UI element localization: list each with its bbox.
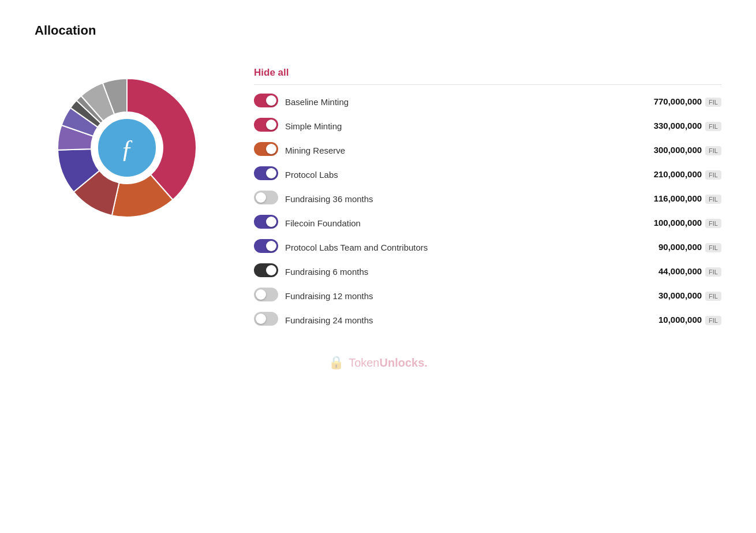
- fil-symbol: ƒ: [121, 136, 133, 162]
- brand-dot: .: [424, 356, 428, 369]
- item-value: 300,000,000FIL: [641, 145, 721, 155]
- toggle-wrap[interactable]: [254, 94, 278, 110]
- list-item: Baseline Minting 770,000,000FIL: [254, 90, 721, 114]
- toggle-switch-3[interactable]: [254, 166, 278, 180]
- hide-all-button[interactable]: Hide all: [254, 67, 289, 79]
- list-item: Protocol Labs Team and Contributors 90,0…: [254, 235, 721, 259]
- list-item: Fundraising 24 months 10,000,000FIL: [254, 308, 721, 332]
- toggle-wrap[interactable]: [254, 166, 278, 182]
- item-label: Fundraising 12 months: [285, 291, 634, 301]
- main-content: ƒ Hide all Baseline Minting 770,000,000F…: [35, 61, 721, 332]
- toggle-wrap[interactable]: [254, 312, 278, 328]
- item-value: 770,000,000FIL: [641, 96, 721, 107]
- toggle-switch-6[interactable]: [254, 239, 278, 253]
- brand-text: TokenUnlocks.: [349, 356, 428, 370]
- toggle-switch-4[interactable]: [254, 191, 278, 204]
- toggle-switch-8[interactable]: [254, 288, 278, 301]
- item-value: 330,000,000FIL: [641, 121, 721, 131]
- item-label: Protocol Labs: [285, 170, 634, 180]
- item-value: 210,000,000FIL: [641, 169, 721, 180]
- item-value: 30,000,000FIL: [641, 290, 721, 301]
- toggle-wrap[interactable]: [254, 215, 278, 231]
- item-label: Fundraising 36 months: [285, 194, 634, 204]
- legend-list: Baseline Minting 770,000,000FIL Simple M…: [254, 90, 721, 332]
- list-item: Protocol Labs 210,000,000FIL: [254, 162, 721, 187]
- toggle-wrap[interactable]: [254, 263, 278, 279]
- fil-badge: FIL: [705, 170, 721, 180]
- brand-unlocks: Unlocks: [380, 356, 425, 369]
- item-label: Fundraising 24 months: [285, 315, 634, 325]
- fil-badge: FIL: [705, 122, 721, 131]
- page-title: Allocation: [35, 23, 721, 38]
- item-label: Mining Reserve: [285, 146, 634, 155]
- list-item: Fundraising 12 months 30,000,000FIL: [254, 284, 721, 308]
- item-label: Protocol Labs Team and Contributors: [285, 243, 634, 252]
- toggle-switch-1[interactable]: [254, 118, 278, 132]
- item-value: 100,000,000FIL: [641, 218, 721, 228]
- divider: [254, 84, 721, 85]
- item-label: Fundraising 6 months: [285, 267, 634, 277]
- legend-area: Hide all Baseline Minting 770,000,000FIL…: [254, 61, 721, 332]
- toggle-wrap[interactable]: [254, 191, 278, 207]
- toggle-wrap[interactable]: [254, 142, 278, 158]
- item-value: 10,000,000FIL: [641, 315, 721, 325]
- toggle-switch-0[interactable]: [254, 94, 278, 107]
- toggle-switch-2[interactable]: [254, 142, 278, 156]
- chart-center-circle: ƒ: [95, 116, 159, 180]
- brand-token: Token: [349, 356, 379, 369]
- toggle-switch-5[interactable]: [254, 215, 278, 229]
- list-item: Fundraising 6 months 44,000,000FIL: [254, 259, 721, 284]
- chart-area: ƒ: [35, 61, 219, 223]
- fil-badge: FIL: [705, 219, 721, 228]
- list-item: Simple Minting 330,000,000FIL: [254, 114, 721, 138]
- toggle-switch-9[interactable]: [254, 312, 278, 326]
- item-value: 44,000,000FIL: [641, 266, 721, 277]
- lock-icon: 🔒: [328, 355, 344, 370]
- footer-brand: 🔒 TokenUnlocks.: [35, 355, 721, 370]
- item-label: Baseline Minting: [285, 97, 634, 107]
- item-value: 116,000,000FIL: [641, 193, 721, 204]
- toggle-wrap[interactable]: [254, 239, 278, 255]
- toggle-switch-7[interactable]: [254, 263, 278, 277]
- toggle-wrap[interactable]: [254, 288, 278, 304]
- fil-badge: FIL: [705, 146, 721, 155]
- fil-badge: FIL: [705, 243, 721, 252]
- pie-chart: ƒ: [52, 73, 202, 223]
- fil-badge: FIL: [705, 267, 721, 277]
- fil-badge: FIL: [705, 292, 721, 301]
- item-label: Filecoin Foundation: [285, 218, 634, 228]
- fil-badge: FIL: [705, 316, 721, 325]
- toggle-wrap[interactable]: [254, 118, 278, 134]
- fil-badge: FIL: [705, 195, 721, 204]
- item-value: 90,000,000FIL: [641, 242, 721, 252]
- list-item: Filecoin Foundation 100,000,000FIL: [254, 211, 721, 235]
- list-item: Fundraising 36 months 116,000,000FIL: [254, 187, 721, 211]
- fil-badge: FIL: [705, 98, 721, 107]
- page-container: Allocation ƒ Hide all: [0, 0, 756, 393]
- list-item: Mining Reserve 300,000,000FIL: [254, 138, 721, 162]
- item-label: Simple Minting: [285, 121, 634, 131]
